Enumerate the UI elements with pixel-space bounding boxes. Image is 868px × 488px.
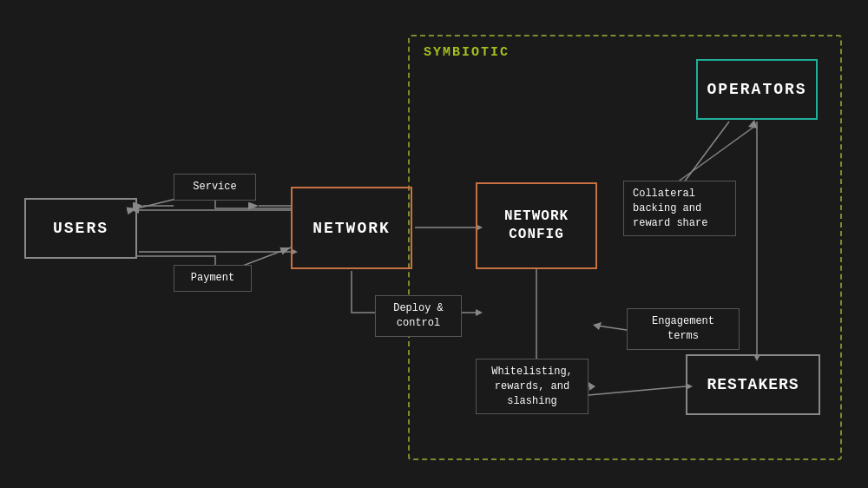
users-label: USERS bbox=[53, 220, 108, 237]
collateral-label-box: Collateral backing and reward share bbox=[623, 181, 736, 236]
collateral-text: Collateral backing and reward share bbox=[633, 188, 707, 229]
network-box: NETWORK bbox=[291, 187, 412, 269]
operators-label: OPERATORS bbox=[707, 81, 806, 98]
symbiotic-label: SYMBIOTIC bbox=[424, 45, 510, 60]
network-config-box: NETWORKCONFIG bbox=[476, 182, 597, 269]
restakers-label: RESTAKERS bbox=[707, 376, 799, 393]
deploy-text: Deploy &control bbox=[393, 302, 444, 329]
service-label-box: Service bbox=[174, 174, 256, 201]
payment-text: Payment bbox=[191, 272, 234, 284]
engagement-text: Engagement terms bbox=[652, 315, 714, 342]
operators-box: OPERATORS bbox=[696, 59, 818, 120]
whitelisting-text: Whitelisting,rewards, andslashing bbox=[491, 366, 573, 407]
deploy-label-box: Deploy &control bbox=[375, 295, 462, 337]
engagement-label-box: Engagement terms bbox=[627, 308, 740, 350]
service-text: Service bbox=[193, 181, 236, 193]
payment-label-box: Payment bbox=[174, 265, 252, 292]
users-box: USERS bbox=[24, 198, 137, 259]
network-config-label: NETWORKCONFIG bbox=[504, 208, 569, 244]
network-label: NETWORK bbox=[312, 220, 391, 237]
restakers-box: RESTAKERS bbox=[686, 354, 820, 415]
diagram-container: SYMBIOTIC bbox=[0, 0, 868, 488]
whitelisting-label-box: Whitelisting,rewards, andslashing bbox=[476, 359, 589, 414]
